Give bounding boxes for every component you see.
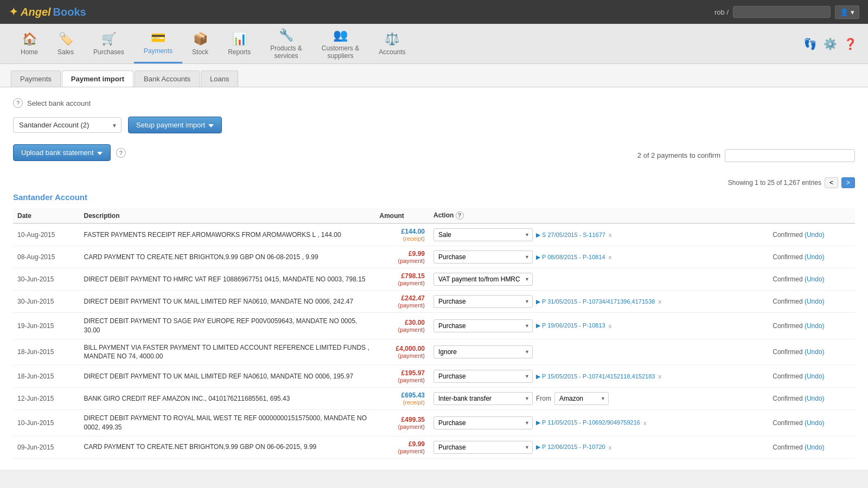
action-select-wrapper: SalePurchaseVAT payment to/from HMRCIgno… — [433, 370, 533, 383]
help-icon[interactable]: ❓ — [844, 37, 857, 50]
cell-status: Confirmed (Undo) — [768, 388, 855, 410]
nav-purchases[interactable]: 🛒 Purchases — [84, 24, 134, 63]
bank-account-select[interactable]: Santander Account (2) Other Account — [13, 117, 122, 133]
ref-link[interactable]: ▶ P 12/06/2015 - P-10720 — [536, 444, 605, 451]
undo-button[interactable]: (Undo) — [805, 253, 825, 261]
user-menu-button[interactable]: 👤 ▾ — [835, 5, 859, 19]
tabs-bar: Payments Payment import Bank Accounts Lo… — [0, 64, 868, 87]
cell-status: Confirmed (Undo) — [768, 365, 855, 388]
setup-payment-import-label: Setup payment import — [136, 121, 205, 129]
confirmed-text: Confirmed — [773, 373, 805, 380]
action-type-select[interactable]: SalePurchaseVAT payment to/from HMRCIgno… — [433, 416, 533, 429]
cell-date: 19-Jun-2015 — [13, 313, 79, 339]
nav-payments[interactable]: 💳 Payments — [134, 24, 182, 63]
undo-button[interactable]: (Undo) — [805, 275, 825, 283]
nav-stock[interactable]: 📦 Stock — [182, 24, 218, 63]
undo-button[interactable]: (Undo) — [805, 419, 825, 427]
action-select-wrapper: SalePurchaseVAT payment to/from HMRCIgno… — [433, 228, 533, 241]
action-type-select[interactable]: SalePurchaseVAT payment to/from HMRCIgno… — [433, 319, 533, 332]
upload-row: Upload bank statement ? — [13, 144, 126, 161]
nav-home[interactable]: 🏠 Home — [11, 24, 48, 63]
table-row: 19-Jun-2015DIRECT DEBIT PAYMENT TO SAGE … — [13, 313, 855, 339]
ref-remove-button[interactable]: x — [609, 323, 612, 329]
nav-products-services[interactable]: 🔧 Products &services — [260, 24, 312, 63]
logo-angel: Angel — [21, 6, 51, 18]
next-page-button[interactable]: > — [841, 177, 855, 188]
table-row: 30-Jun-2015DIRECT DEBIT PAYMENT TO UK MA… — [13, 291, 855, 313]
cell-amount: £4,000.00(payment) — [375, 339, 429, 365]
action-type-select[interactable]: SalePurchaseVAT payment to/from HMRCIgno… — [433, 345, 533, 358]
ref-link[interactable]: ▶ P 19/06/2015 - P-10813 — [536, 322, 605, 329]
settings-icon[interactable]: ⚙️ — [824, 37, 837, 50]
nav-sales[interactable]: 🏷️ Sales — [48, 24, 84, 63]
nav-payments-label: Payments — [144, 47, 173, 55]
cell-description: BANK GIRO CREDIT REF AMAZON INC., 041017… — [79, 388, 375, 410]
action-select-wrapper: SalePurchaseVAT payment to/from HMRCIgno… — [433, 319, 533, 332]
nav-customers-suppliers[interactable]: 👥 Customers &suppliers — [312, 24, 369, 63]
ref-remove-button[interactable]: x — [609, 254, 612, 260]
undo-button[interactable]: (Undo) — [805, 322, 825, 330]
ref-remove-button[interactable]: x — [609, 444, 612, 451]
logo-books: Books — [53, 6, 86, 18]
cell-status: Confirmed (Undo) — [768, 410, 855, 436]
action-type-select[interactable]: SalePurchaseVAT payment to/from HMRCIgno… — [433, 370, 533, 383]
nav-products-label: Products &services — [270, 44, 302, 60]
ref-link[interactable]: ▶ P 15/05/2015 - P-10741/4152118,4152183 — [536, 373, 655, 380]
payments-confirm-input[interactable] — [725, 149, 855, 162]
cell-description: CARD PAYMENT TO CREATE.NET BRIGHTON,9.99… — [79, 436, 375, 458]
upload-help-icon[interactable]: ? — [116, 148, 126, 158]
products-icon: 🔧 — [279, 28, 293, 42]
bank-account-label: Select bank account — [27, 99, 91, 107]
tab-loans[interactable]: Loans — [201, 70, 238, 87]
ref-remove-button[interactable]: x — [658, 298, 661, 305]
cell-action: SalePurchaseVAT payment to/from HMRCIgno… — [429, 410, 768, 436]
confirmed-text: Confirmed — [773, 253, 805, 261]
action-type-select[interactable]: SalePurchaseVAT payment to/from HMRCIgno… — [433, 392, 533, 405]
undo-button[interactable]: (Undo) — [805, 373, 825, 380]
ref-link[interactable]: ▶ P 08/08/2015 - P-10814 — [536, 254, 605, 261]
nav-accounts-label: Accounts — [379, 48, 405, 56]
action-type-select[interactable]: SalePurchaseVAT payment to/from HMRCIgno… — [433, 273, 533, 286]
sales-icon: 🏷️ — [59, 32, 73, 46]
action-type-select[interactable]: SalePurchaseVAT payment to/from HMRCIgno… — [433, 295, 533, 308]
undo-button[interactable]: (Undo) — [805, 395, 825, 402]
tab-bank-accounts[interactable]: Bank Accounts — [135, 70, 200, 87]
transactions-table: Date Description Amount Action ? 10-Aug-… — [13, 208, 855, 459]
undo-button[interactable]: (Undo) — [805, 298, 825, 305]
undo-button[interactable]: (Undo) — [805, 444, 825, 451]
setup-payment-import-button[interactable]: Setup payment import — [128, 117, 222, 133]
undo-button[interactable]: (Undo) — [805, 231, 825, 239]
confirmed-text: Confirmed — [773, 231, 805, 239]
footprint-icon[interactable]: 👣 — [803, 37, 817, 50]
cell-action: SalePurchaseVAT payment to/from HMRCIgno… — [429, 223, 768, 246]
bank-help-icon[interactable]: ? — [13, 98, 23, 108]
ref-link[interactable]: ▶ P 11/05/2015 - P-10692/9049759216 — [536, 419, 640, 426]
table-row: 09-Jun-2015CARD PAYMENT TO CREATE.NET BR… — [13, 436, 855, 458]
top-right: rob / 👤 ▾ — [714, 5, 859, 19]
action-type-select[interactable]: SalePurchaseVAT payment to/from HMRCIgno… — [433, 251, 533, 264]
ref-remove-button[interactable]: x — [643, 420, 647, 426]
action-type-select[interactable]: SalePurchaseVAT payment to/from HMRCIgno… — [433, 228, 533, 241]
nav-reports[interactable]: 📊 Reports — [218, 24, 260, 63]
tab-payments[interactable]: Payments — [11, 70, 61, 87]
nav-accounts[interactable]: ⚖️ Accounts — [369, 24, 415, 63]
cell-date: 18-Jun-2015 — [13, 365, 79, 388]
prev-page-button[interactable]: < — [825, 177, 838, 188]
reports-icon: 📊 — [232, 32, 247, 46]
action-type-select[interactable]: SalePurchaseVAT payment to/from HMRCIgno… — [433, 441, 533, 454]
ref-remove-button[interactable]: x — [609, 232, 612, 238]
undo-button[interactable]: (Undo) — [805, 348, 825, 356]
cell-description: DIRECT DEBIT PAYMENT TO ROYAL MAIL WEST … — [79, 410, 375, 436]
ref-remove-button[interactable]: x — [658, 373, 661, 380]
tab-payment-import[interactable]: Payment import — [62, 70, 133, 87]
cell-amount: £144.00(receipt) — [375, 223, 429, 246]
main-nav: 🏠 Home 🏷️ Sales 🛒 Purchases 💳 Payments 📦… — [0, 24, 868, 64]
upload-bank-statement-button[interactable]: Upload bank statement — [13, 144, 111, 161]
cell-date: 10-Aug-2015 — [13, 223, 79, 246]
top-search-input[interactable] — [733, 6, 831, 18]
from-select[interactable]: Amazon — [554, 392, 609, 405]
from-select-wrapper: Amazon▼ — [554, 392, 609, 405]
action-help-icon[interactable]: ? — [456, 211, 464, 220]
ref-link[interactable]: ▶ S 27/05/2015 - S-11677 — [536, 232, 605, 239]
ref-link[interactable]: ▶ P 31/05/2015 - P-10734/4171396,4171538 — [536, 298, 655, 305]
